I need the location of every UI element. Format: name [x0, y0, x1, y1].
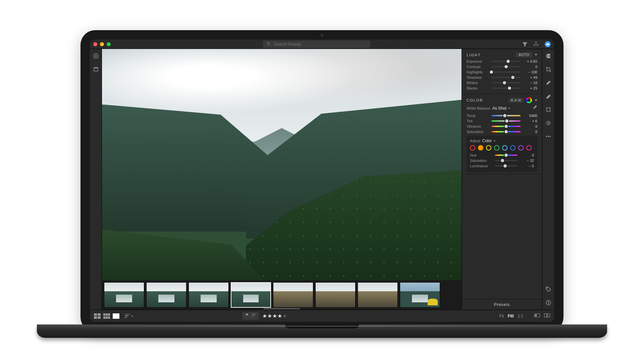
linear-gradient-tool-icon[interactable] [545, 106, 552, 113]
flag-controls[interactable] [242, 312, 259, 320]
slider-knob[interactable] [504, 124, 508, 129]
slider-track[interactable] [491, 87, 521, 89]
slider-saturation[interactable]: Saturation0 [467, 130, 537, 134]
light-collapse-toggle[interactable] [535, 54, 537, 56]
slider-track[interactable] [495, 165, 517, 167]
fullscreen-window-button[interactable] [107, 42, 111, 46]
filmstrip-thumb[interactable] [273, 282, 313, 308]
search-input[interactable] [273, 42, 367, 47]
slider-saturation[interactable]: Saturation− 32 [470, 159, 534, 163]
slider-knob[interactable] [504, 129, 508, 134]
minimize-window-button[interactable] [100, 42, 104, 46]
slider-knob[interactable] [502, 80, 507, 85]
photo-grid-view-icon[interactable] [94, 313, 101, 319]
sort-button[interactable]: ▾ [125, 314, 133, 318]
slider-blacks[interactable]: Blacks+ 25 [467, 86, 537, 90]
slider-knob[interactable] [502, 113, 507, 118]
star-5[interactable]: ★ [282, 313, 287, 319]
adjust-mode[interactable]: Color [482, 138, 492, 143]
star-4[interactable]: ★ [277, 313, 282, 319]
color-swatch[interactable] [502, 145, 507, 150]
filmstrip-thumb[interactable] [358, 282, 398, 308]
slider-knob[interactable] [504, 153, 508, 158]
slider-track[interactable] [491, 131, 521, 132]
radial-gradient-tool-icon[interactable] [545, 119, 552, 127]
slider-knob[interactable] [503, 164, 507, 168]
color-swatch[interactable] [526, 145, 532, 150]
eyedropper-icon[interactable] [533, 105, 537, 111]
add-photos-button[interactable] [92, 52, 100, 60]
slider-track[interactable] [491, 115, 521, 116]
zoom-fit[interactable]: Fit [499, 314, 504, 318]
auto-button[interactable]: AUTO [516, 52, 532, 57]
adjust-dropdown-icon[interactable]: ▾ [494, 139, 495, 142]
search-field[interactable] [263, 41, 370, 48]
show-original-icon[interactable] [534, 313, 540, 319]
info-icon[interactable] [545, 299, 552, 306]
crop-tool-icon[interactable] [545, 66, 552, 73]
slider-knob[interactable] [504, 64, 508, 69]
zoom-1to1[interactable]: 1:1 [518, 314, 523, 318]
slider-exposure[interactable]: Exposure+ 0.65 [467, 59, 537, 63]
slider-luminance[interactable]: Luminance− 5 [470, 164, 534, 168]
slider-knob[interactable] [506, 59, 511, 64]
slider-knob[interactable] [511, 75, 515, 80]
filmstrip[interactable] [102, 280, 462, 310]
slider-track[interactable] [491, 71, 521, 73]
share-icon[interactable] [533, 41, 539, 47]
slider-track[interactable] [491, 66, 521, 67]
slider-track[interactable] [491, 82, 521, 83]
star-2[interactable]: ★ [267, 313, 272, 319]
slider-knob[interactable] [507, 86, 512, 90]
slider-tint[interactable]: Tint+ 6 [467, 119, 537, 123]
my-photos-button[interactable] [92, 66, 100, 73]
filmstrip-thumb[interactable] [400, 282, 440, 308]
star-1[interactable]: ★ [262, 313, 267, 319]
slider-track[interactable] [495, 155, 517, 156]
color-swatch[interactable] [486, 145, 491, 150]
zoom-fill[interactable]: Fill [508, 314, 514, 318]
slider-contrast[interactable]: Contrast0 [467, 65, 537, 69]
color-collapse-toggle[interactable] [535, 100, 537, 101]
color-swatch[interactable] [478, 145, 483, 150]
color-swatch[interactable] [510, 145, 516, 150]
slider-shadows[interactable]: Shadows+ 49 [467, 75, 537, 79]
cloud-sync-status-icon[interactable] [545, 41, 551, 47]
star-3[interactable]: ★ [272, 313, 277, 319]
slider-vibrance[interactable]: Vibrance0 [467, 124, 537, 128]
slider-track[interactable] [491, 120, 521, 122]
color-swatch[interactable] [518, 145, 524, 150]
filmstrip-thumb[interactable] [104, 282, 144, 308]
slider-knob[interactable] [489, 70, 494, 74]
slider-hue[interactable]: Hue0 [470, 153, 534, 157]
more-tools-icon[interactable] [545, 133, 552, 140]
slider-knob[interactable] [500, 158, 505, 163]
healing-tool-icon[interactable] [545, 79, 552, 86]
slider-knob[interactable] [504, 119, 509, 123]
filmstrip-scrollbar[interactable] [263, 308, 300, 309]
slider-track[interactable] [491, 61, 521, 62]
detail-view-icon[interactable] [113, 313, 119, 319]
rating-stars[interactable]: ★★★★★ [262, 313, 287, 319]
flag-pick-icon[interactable] [245, 313, 250, 319]
flag-reject-icon[interactable] [252, 313, 256, 319]
bw-toggle[interactable]: B & W [509, 98, 523, 103]
slider-track[interactable] [495, 160, 517, 161]
close-window-button[interactable] [93, 42, 97, 46]
color-swatch[interactable] [470, 145, 475, 150]
filmstrip-thumb[interactable] [189, 282, 229, 308]
filter-button[interactable] [521, 41, 529, 48]
presets-button[interactable]: Presets [462, 299, 542, 310]
slider-highlights[interactable]: Highlights− 100 [467, 70, 537, 74]
white-balance-value[interactable]: As Shot [492, 106, 506, 111]
white-balance-dropdown-icon[interactable]: ▾ [508, 107, 510, 110]
filmstrip-thumb[interactable] [315, 282, 356, 308]
filmstrip-thumb[interactable] [146, 282, 186, 308]
color-swatch[interactable] [494, 145, 499, 150]
compare-view-icon[interactable] [544, 313, 550, 319]
slider-track[interactable] [491, 126, 521, 127]
color-mixer-icon[interactable] [526, 97, 532, 103]
photo-canvas[interactable] [102, 49, 462, 280]
slider-temp[interactable]: Temp5400 [467, 114, 537, 118]
square-grid-view-icon[interactable] [103, 313, 110, 319]
